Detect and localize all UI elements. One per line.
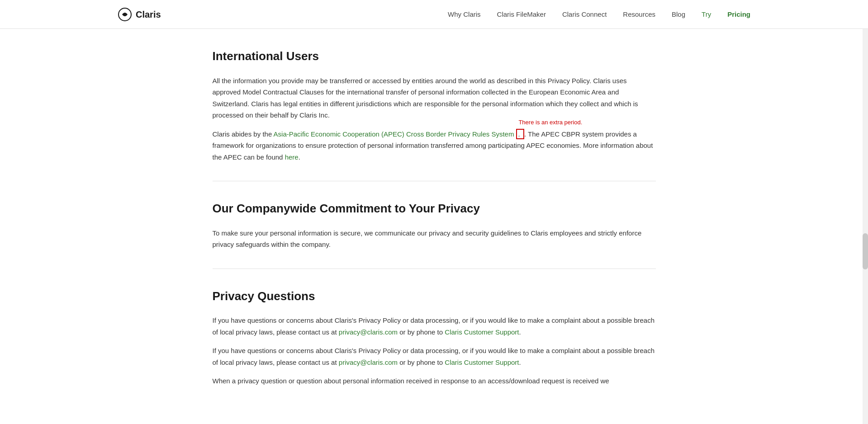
nav-item-why-claris: Why Claris <box>448 9 481 20</box>
nav-link-resources[interactable]: Resources <box>623 10 655 18</box>
claris-logo-icon <box>118 7 132 22</box>
nav-item-resources: Resources <box>623 9 655 20</box>
error-tooltip: There is an extra period. <box>518 118 582 127</box>
customer-support-link-1[interactable]: Claris Customer Support <box>445 328 519 336</box>
nav-link-why-claris[interactable]: Why Claris <box>448 10 481 18</box>
nav-links: Why Claris Claris FileMaker Claris Conne… <box>448 9 750 20</box>
privacy-email-link-1[interactable]: privacy@claris.com <box>339 328 398 336</box>
nav-item-blog: Blog <box>672 9 685 20</box>
error-box: . <box>516 129 524 139</box>
intl-para-2: Claris abides by the Asia-Pacific Econom… <box>213 128 656 163</box>
commit-para-1: To make sure your personal information i… <box>213 227 656 250</box>
nav-item-try: Try <box>702 9 711 20</box>
section-title-international: International Users <box>213 47 656 66</box>
nav-item-connect: Claris Connect <box>562 9 607 20</box>
nav-link-filemaker[interactable]: Claris FileMaker <box>497 10 546 18</box>
pq-para-1-mid: or by phone to <box>398 328 445 336</box>
pq-para-2: If you have questions or concerns about … <box>213 345 656 368</box>
section-international-users: International Users All the information … <box>213 29 656 181</box>
main-content: International Users All the information … <box>204 29 665 405</box>
pq-para-3: When a privacy question or question abou… <box>213 375 656 387</box>
intl-para-1: All the information you provide may be t… <box>213 75 656 121</box>
logo-link[interactable]: Claris <box>118 7 161 22</box>
nav-link-pricing[interactable]: Pricing <box>727 10 750 18</box>
pq-para-1: If you have questions or concerns about … <box>213 315 656 338</box>
pq-para-2-end: . <box>519 358 521 366</box>
scrollbar-thumb[interactable] <box>863 233 868 269</box>
pq-para-2-mid: or by phone to <box>398 358 445 366</box>
nav-item-filemaker: Claris FileMaker <box>497 9 546 20</box>
logo-text: Claris <box>136 7 161 22</box>
nav-link-blog[interactable]: Blog <box>672 10 685 18</box>
intl-para-2-end: . <box>299 153 300 161</box>
nav-item-pricing: Pricing <box>727 9 750 20</box>
main-nav: Claris Why Claris Claris FileMaker Clari… <box>0 0 868 29</box>
intl-para-2-pre: Claris abides by the <box>213 130 274 138</box>
pq-para-1-end: . <box>519 328 521 336</box>
section-title-privacy-questions: Privacy Questions <box>213 287 656 306</box>
customer-support-link-2[interactable]: Claris Customer Support <box>445 358 519 366</box>
section-privacy-questions: Privacy Questions If you have questions … <box>213 269 656 405</box>
nav-link-connect[interactable]: Claris Connect <box>562 10 607 18</box>
intl-para-2-period-annotation: . There is an extra period. <box>514 130 524 138</box>
section-title-commitment: Our Companywide Commitment to Your Priva… <box>213 199 656 218</box>
here-link[interactable]: here <box>285 153 299 161</box>
apec-link[interactable]: Asia-Pacific Economic Cooperation (APEC)… <box>274 130 514 138</box>
section-companywide-commitment: Our Companywide Commitment to Your Priva… <box>213 181 656 269</box>
scrollbar[interactable] <box>863 0 868 405</box>
privacy-email-link-2[interactable]: privacy@claris.com <box>339 358 398 366</box>
nav-link-try[interactable]: Try <box>702 10 711 18</box>
